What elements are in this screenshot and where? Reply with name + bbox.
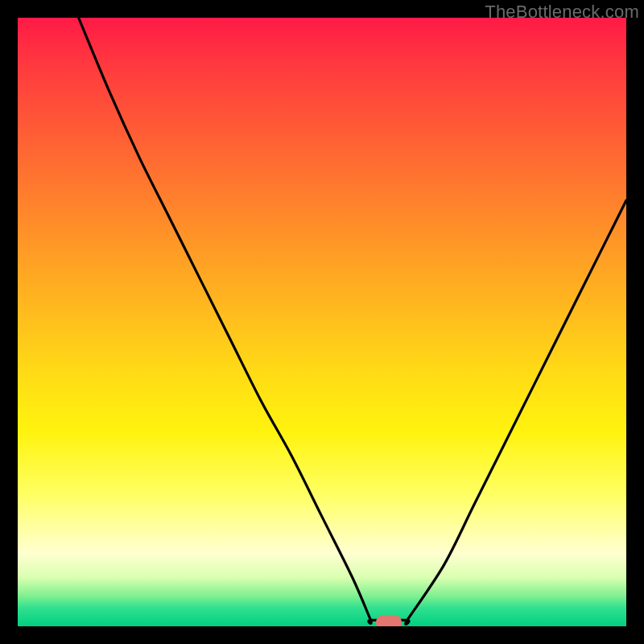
- bottleneck-curve: [18, 18, 626, 626]
- watermark-text: TheBottleneck.com: [485, 2, 639, 23]
- optimal-point-marker: [376, 615, 402, 626]
- chart-frame: [18, 18, 626, 626]
